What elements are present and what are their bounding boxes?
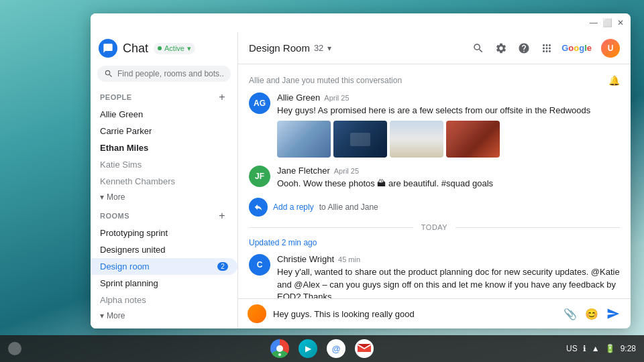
sidebar-item-ethan-miles[interactable]: Ethan Miles (91, 139, 237, 156)
status-label: Active (164, 44, 184, 52)
gmail-taskbar-item[interactable] (355, 339, 374, 358)
message-header: Christie Wright 45 min (277, 254, 620, 264)
chat-header-actions: Google U (470, 39, 620, 58)
date-label: TODAY (413, 223, 455, 231)
sidebar-item-alpha-notes[interactable]: Alpha notes (91, 292, 237, 308)
google-logo: Google (561, 43, 592, 53)
search-chat-button[interactable] (470, 40, 486, 56)
search-input[interactable] (117, 69, 224, 78)
add-reply-button[interactable]: Add a reply (273, 202, 314, 212)
sidebar-item-design-room[interactable]: Design room 2 (91, 258, 237, 275)
person-name: Carrie Parker (100, 126, 152, 136)
photo-grid (277, 121, 620, 158)
room-name: Prototyping sprint (100, 228, 168, 238)
person-name: Katie Sims (100, 160, 142, 170)
photo-thumb (277, 121, 331, 158)
bots-section-header: BOTS + (91, 323, 237, 328)
play-store-taskbar-item[interactable]: ▶ (299, 339, 317, 358)
message-time: April 25 (324, 94, 349, 102)
rooms-label: ROOMS (100, 212, 129, 220)
reply-avatar (249, 198, 268, 217)
maximize-button[interactable]: ⬜ (602, 18, 612, 27)
attach-file-button[interactable]: 📎 (562, 306, 578, 322)
close-button[interactable]: ✕ (616, 18, 625, 27)
muted-notice: Allie and Jane you muted this conversati… (249, 72, 620, 93)
chrome-taskbar-item[interactable] (270, 339, 289, 358)
reply-area: Add a reply to Allie and Jane (249, 198, 620, 217)
mute-icon: 🔔 (608, 75, 620, 86)
message-content: Jane Fletcher April 25 Oooh. Wow these p… (277, 166, 620, 190)
message-header: Allie Green April 25 (277, 93, 620, 103)
more-label: More (107, 192, 125, 202)
input-actions: 📎 😊 (562, 306, 621, 322)
active-dot (278, 353, 281, 356)
person-name: Kenneth Chambers (100, 176, 175, 186)
settings-button[interactable] (493, 40, 509, 56)
emoji-button[interactable]: 😊 (584, 306, 600, 322)
message-input-area: 📎 😊 (238, 298, 631, 328)
add-room-button[interactable]: + (216, 210, 228, 222)
avatar: JF (249, 166, 270, 187)
search-bar[interactable] (97, 66, 231, 82)
message-text: Hey guys! As promised here is are a few … (277, 105, 620, 117)
battery-icon: 🔋 (605, 344, 615, 353)
minimize-button[interactable]: — (589, 18, 598, 27)
status-chevron: ▾ (187, 44, 191, 53)
chat-header: Design Room 32 ▾ (238, 32, 631, 64)
launcher-button[interactable] (8, 342, 21, 355)
message-input[interactable] (273, 309, 555, 319)
message-group: AG Allie Green April 25 Hey guys! As pro… (249, 93, 620, 158)
more-label: More (107, 311, 125, 320)
app-logo (99, 39, 117, 58)
apps-button[interactable] (539, 40, 555, 56)
add-person-button[interactable]: + (216, 91, 228, 103)
message-text: Hey y'all, wanted to share out the produ… (277, 266, 620, 298)
help-button[interactable] (516, 40, 532, 56)
photo-thumb (446, 121, 500, 158)
room-badge: 2 (217, 262, 228, 271)
sidebar-item-allie-green[interactable]: Allie Green (91, 106, 237, 123)
taskbar-left (8, 342, 21, 355)
person-name: Allie Green (100, 109, 143, 119)
sidebar-item-kenneth-chambers[interactable]: Kenneth Chambers (91, 173, 237, 190)
send-button[interactable] (605, 306, 621, 322)
at-taskbar-item[interactable]: @ (327, 339, 345, 358)
at-icon: @ (327, 339, 345, 358)
sender-name: Christie Wright (277, 254, 334, 264)
room-name: Designers united (100, 245, 166, 255)
sidebar-item-katie-sims[interactable]: Katie Sims (91, 156, 237, 173)
message-group: C Christie Wright 45 min Hey y'all, want… (249, 254, 620, 298)
photo-thumb (390, 121, 443, 158)
date-divider: TODAY (249, 223, 620, 231)
chat-title: Design Room 32 ▾ (249, 42, 331, 54)
room-name: Sprint planning (100, 278, 158, 288)
divider-line (455, 227, 620, 228)
app-window: — ⬜ ✕ Chat Active ▾ (91, 13, 631, 328)
divider-line (249, 227, 413, 228)
status-badge: Active ▾ (154, 43, 195, 54)
app-body: Chat Active ▾ PEOPLE + Allie G (91, 32, 631, 328)
time-display: 9:28 (621, 344, 636, 353)
message-group: JF Jane Fletcher April 25 Oooh. Wow thes… (249, 166, 620, 190)
sidebar-item-prototyping-sprint[interactable]: Prototyping sprint (91, 225, 237, 241)
status-dot (158, 46, 162, 50)
chevron-down-icon[interactable]: ▾ (327, 44, 331, 53)
sidebar-item-designers-united[interactable]: Designers united (91, 241, 237, 258)
updated-notice: Updated 2 min ago (249, 238, 620, 247)
sidebar-item-sprint-planning[interactable]: Sprint planning (91, 275, 237, 292)
sidebar-item-carrie-parker[interactable]: Carrie Parker (91, 123, 237, 139)
message-time: 45 min (338, 255, 360, 263)
network-icon: ℹ (583, 344, 586, 353)
user-avatar[interactable]: U (601, 39, 620, 58)
rooms-more-button[interactable]: ▾ More (91, 308, 237, 323)
message-content: Christie Wright 45 min Hey y'all, wanted… (277, 254, 620, 298)
room-name: Design room (100, 261, 150, 272)
message-text: Oooh. Wow these photos 🏔 are beautiful. … (277, 178, 620, 190)
gmail-icon (355, 339, 374, 358)
people-more-button[interactable]: ▾ More (91, 190, 237, 204)
play-store-icon: ▶ (299, 339, 317, 358)
messages-container: Allie and Jane you muted this conversati… (238, 64, 631, 298)
wifi-icon: ▲ (592, 344, 600, 353)
message-content: Allie Green April 25 Hey guys! As promis… (277, 93, 620, 158)
message-header: Jane Fletcher April 25 (277, 166, 620, 176)
